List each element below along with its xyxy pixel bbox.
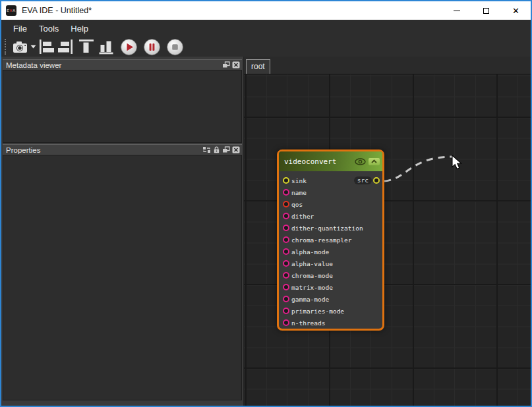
input-port-dither-quantization-connector[interactable] <box>283 225 289 231</box>
collapse-button[interactable] <box>369 158 380 165</box>
menu-bar: File Tools Help <box>1 20 531 37</box>
input-port-primaries-mode-connector[interactable] <box>283 308 289 314</box>
align-left-icon <box>39 39 55 55</box>
snapshot-button[interactable] <box>12 38 36 56</box>
input-port-name-connector[interactable] <box>283 189 289 196</box>
port-label-chroma-resampler: chroma-resampler <box>291 236 352 244</box>
eva-logo-icon: EVA <box>6 5 16 16</box>
port-row-matrix-mode: matrix-mode <box>279 281 382 293</box>
align-right-button[interactable] <box>57 38 73 56</box>
swap-icon[interactable] <box>202 146 211 153</box>
title-bar: EVA EVA IDE - Untitled* ✕ <box>1 1 531 20</box>
port-row-qos: qos <box>279 198 382 210</box>
eye-icon[interactable] <box>355 158 366 165</box>
port-row-name: name <box>279 186 382 198</box>
port-label-matrix-mode: matrix-mode <box>291 284 333 291</box>
float-icon[interactable] <box>222 61 230 68</box>
window-title: EVA IDE - Untitled* <box>22 6 92 15</box>
metadata-viewer-panel: Metadata viewer <box>3 59 242 143</box>
port-row-primaries-mode: primaries-mode <box>279 305 382 317</box>
port-label-chroma-mode: chroma-mode <box>291 272 333 279</box>
toolbar-grip-handle[interactable] <box>5 39 6 55</box>
align-right-icon <box>57 39 73 55</box>
output-port-src-connector[interactable] <box>373 177 380 184</box>
port-label-gamma-mode: gamma-mode <box>291 296 329 303</box>
align-bottom-icon <box>98 39 114 55</box>
chevron-up-icon <box>371 159 377 163</box>
align-top-icon <box>78 39 94 55</box>
close-icon[interactable] <box>232 61 240 68</box>
port-label-dither: dither <box>291 213 314 220</box>
port-row-chroma-resampler: chroma-resampler <box>279 234 382 246</box>
port-row-dither-quantization: dither-quantization <box>279 222 382 234</box>
port-label-sink: sink <box>291 177 307 184</box>
close-button[interactable]: ✕ <box>501 1 531 20</box>
properties-content[interactable] <box>3 155 242 400</box>
port-row-sink: sinksrc <box>279 175 382 186</box>
stop-button[interactable] <box>167 38 183 56</box>
port-row-alpha-mode: alpha-mode <box>279 246 382 258</box>
input-port-alpha-value-connector[interactable] <box>283 260 289 267</box>
properties-title: Properties <box>6 146 40 154</box>
port-label-name: name <box>291 189 307 196</box>
lock-icon[interactable] <box>213 146 220 153</box>
input-port-gamma-mode-connector[interactable] <box>283 296 289 302</box>
input-port-qos-connector[interactable] <box>283 201 289 207</box>
main-area: Metadata viewer <box>1 57 531 406</box>
node-title: videoconvert <box>284 157 336 166</box>
port-row-chroma-mode: chroma-mode <box>279 269 382 281</box>
metadata-viewer-header[interactable]: Metadata viewer <box>3 59 242 70</box>
stop-icon <box>167 39 183 55</box>
node-body: sinksrcnameqosditherdither-quantizationc… <box>279 171 382 329</box>
menu-file[interactable]: File <box>7 21 33 36</box>
node-videoconvert[interactable]: videoconvert sinksrcnameqosdithe <box>277 149 384 331</box>
play-button[interactable] <box>121 38 137 56</box>
camera-icon <box>12 40 29 54</box>
input-port-chroma-mode-connector[interactable] <box>283 272 289 279</box>
port-label-alpha-mode: alpha-mode <box>291 248 329 256</box>
pause-button[interactable] <box>144 38 160 56</box>
port-row-gamma-mode: gamma-mode <box>279 293 382 305</box>
port-row-dither: dither <box>279 210 382 222</box>
canvas-tab-bar: root <box>244 57 531 74</box>
metadata-viewer-title: Metadata viewer <box>6 61 61 69</box>
align-bottom-button[interactable] <box>98 38 114 56</box>
input-port-n-threads-connector[interactable] <box>283 319 289 326</box>
play-icon <box>121 39 137 55</box>
align-top-button[interactable] <box>78 38 94 56</box>
port-label-n-threads: n-threads <box>291 319 325 327</box>
properties-panel: Properties <box>3 144 242 400</box>
graph-canvas[interactable]: root videoconvert <box>244 57 531 406</box>
left-dock: Metadata viewer <box>1 57 244 406</box>
pause-icon <box>144 39 160 55</box>
align-left-button[interactable] <box>39 38 55 56</box>
minimize-icon <box>454 11 460 11</box>
port-label-dither-quantization: dither-quantization <box>291 225 363 232</box>
maximize-button[interactable] <box>471 1 501 20</box>
float-icon[interactable] <box>222 146 230 153</box>
app-window: EVA EVA IDE - Untitled* ✕ File Tools Hel… <box>0 0 532 407</box>
port-label-qos: qos <box>291 201 303 208</box>
camera-dropdown-arrow-icon <box>30 45 36 49</box>
maximize-icon <box>483 8 489 14</box>
close-icon[interactable] <box>232 146 240 153</box>
port-label-alpha-value: alpha-value <box>291 260 333 267</box>
input-port-sink-connector[interactable] <box>283 177 289 184</box>
port-label-primaries-mode: primaries-mode <box>291 308 344 315</box>
node-header[interactable]: videoconvert <box>279 151 382 171</box>
window-controls: ✕ <box>442 1 531 20</box>
input-port-chroma-resampler-connector[interactable] <box>283 236 289 243</box>
close-icon: ✕ <box>512 7 519 15</box>
port-row-alpha-value: alpha-value <box>279 258 382 269</box>
input-port-alpha-mode-connector[interactable] <box>283 248 289 255</box>
menu-tools[interactable]: Tools <box>33 21 65 36</box>
input-port-dither-connector[interactable] <box>283 213 289 219</box>
input-port-matrix-mode-connector[interactable] <box>283 284 289 290</box>
toolbar <box>1 37 531 57</box>
menu-help[interactable]: Help <box>65 21 94 36</box>
port-label-src: src <box>354 176 372 184</box>
properties-header[interactable]: Properties <box>3 144 242 155</box>
minimize-button[interactable] <box>442 1 471 20</box>
metadata-viewer-content[interactable] <box>3 70 242 143</box>
tab-root[interactable]: root <box>246 59 270 74</box>
